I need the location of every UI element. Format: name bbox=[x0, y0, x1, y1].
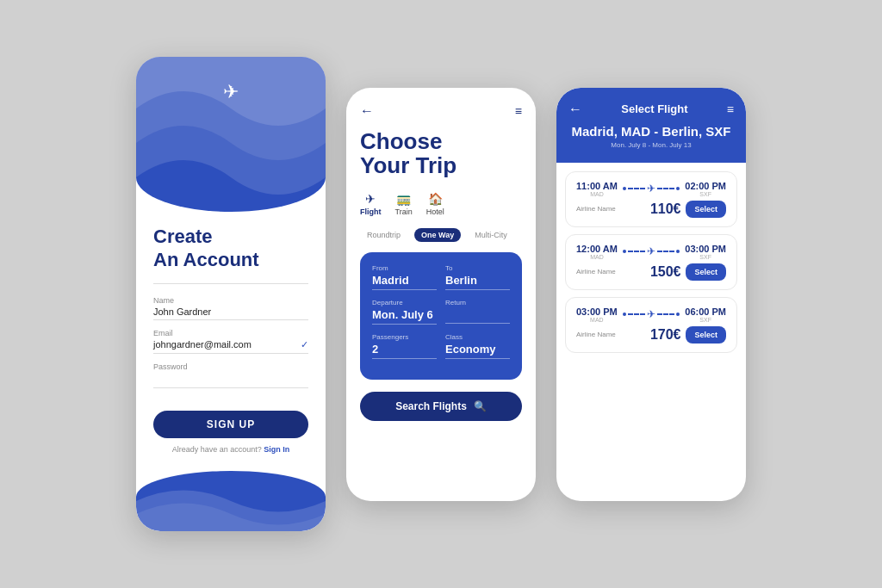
depart-time-1: 11:00 AM bbox=[576, 181, 618, 191]
route-display: Madrid, MAD - Berlin, SXF bbox=[568, 124, 734, 139]
from-to-row: From Madrid To Berlin bbox=[372, 264, 510, 290]
train-tab-icon: 🚃 bbox=[396, 192, 411, 206]
email-field-group: Email johngardner@mail.com ✓ bbox=[153, 329, 308, 354]
dates-display: Mon. July 8 - Mon. July 13 bbox=[568, 141, 734, 149]
checkmark-icon: ✓ bbox=[301, 339, 308, 350]
dot-right-3 bbox=[676, 313, 680, 316]
departure-value: Mon. July 6 bbox=[372, 308, 437, 325]
screens-container: ✈ Create An Account Name John Gardner Em… bbox=[119, 22, 763, 566]
flight-tab-icon: ✈ bbox=[365, 192, 376, 206]
airline-3: Airline Name bbox=[576, 331, 616, 338]
choose-trip-screen: ← ≡ Choose Your Trip ✈ Flight 🚃 Train 🏠 bbox=[346, 88, 536, 501]
return-label: Return bbox=[445, 299, 510, 306]
to-value: Berlin bbox=[445, 274, 510, 290]
flight-tab[interactable]: ✈ Flight bbox=[360, 192, 382, 216]
plane-icon-1: ✈ bbox=[647, 183, 655, 195]
flight-card-3: 03:00 PM MAD ✈ 06:00 PM SXF bbox=[565, 297, 737, 353]
depart-time-2: 12:00 AM bbox=[576, 244, 618, 254]
roundtrip-option[interactable]: Roundtrip bbox=[360, 228, 407, 242]
search-flights-label: Search Flights bbox=[395, 400, 467, 412]
return-value bbox=[445, 308, 510, 324]
departure-label: Departure bbox=[372, 299, 437, 306]
password-label: Password bbox=[153, 362, 308, 371]
dot-right-2 bbox=[676, 250, 680, 253]
menu-button-s3[interactable]: ≡ bbox=[727, 102, 734, 116]
flight-header: ← Select Flight ≡ Madrid, MAD - Berlin, … bbox=[556, 88, 746, 163]
flight-tab-label: Flight bbox=[360, 207, 382, 216]
dash-1b bbox=[657, 188, 674, 189]
train-tab[interactable]: 🚃 Train bbox=[395, 192, 413, 216]
flight-times-1: 11:00 AM MAD ✈ 02:00 PM SXF bbox=[576, 181, 726, 197]
flight-times-3: 03:00 PM MAD ✈ 06:00 PM SXF bbox=[576, 306, 726, 323]
trip-content: Choose Your Trip ✈ Flight 🚃 Train 🏠 Hote… bbox=[346, 126, 536, 501]
to-field[interactable]: To Berlin bbox=[445, 264, 510, 290]
dash-3 bbox=[628, 313, 645, 315]
search-form-card: From Madrid To Berlin Departure Mon. Jul… bbox=[360, 252, 522, 380]
depart-time-3: 03:00 PM bbox=[576, 306, 618, 317]
dot-left-2 bbox=[623, 250, 626, 253]
flight-times-2: 12:00 AM MAD ✈ 03:00 PM SXF bbox=[576, 244, 726, 260]
email-field[interactable]: johngardner@mail.com ✓ bbox=[153, 339, 308, 354]
email-value: johngardner@mail.com bbox=[153, 339, 301, 350]
return-field[interactable]: Return bbox=[445, 299, 510, 325]
arrive-time-1: 02:00 PM bbox=[685, 181, 726, 191]
class-value: Economy bbox=[445, 343, 510, 359]
dash-3b bbox=[657, 313, 674, 315]
passengers-value: 2 bbox=[372, 343, 437, 359]
title-divider bbox=[153, 283, 308, 284]
arrive-time-2: 03:00 PM bbox=[685, 244, 726, 254]
name-value: John Gardner bbox=[153, 306, 308, 317]
flight-card-2: 12:00 AM MAD ✈ 03:00 PM SXF bbox=[565, 234, 737, 290]
create-account-title: Create An Account bbox=[153, 226, 308, 271]
create-account-screen: ✈ Create An Account Name John Gardner Em… bbox=[136, 57, 326, 531]
arrive-code-1: SXF bbox=[685, 191, 726, 197]
passengers-label: Passengers bbox=[372, 333, 437, 341]
header-wave-area: ✈ bbox=[136, 57, 326, 212]
price-1: 110€ bbox=[650, 201, 681, 217]
dot-right-1 bbox=[676, 187, 680, 190]
select-flight-title: Select Flight bbox=[621, 102, 687, 115]
arrive-code-3: SXF bbox=[685, 317, 726, 323]
hotel-tab[interactable]: 🏠 Hotel bbox=[426, 192, 444, 216]
price-3: 170€ bbox=[650, 327, 681, 343]
name-label: Name bbox=[153, 296, 308, 305]
arrive-code-2: SXF bbox=[685, 254, 726, 260]
flights-list: 11:00 AM MAD ✈ 02:00 PM SXF bbox=[556, 163, 746, 501]
flight-line-1: ✈ bbox=[623, 183, 680, 195]
back-button[interactable]: ← bbox=[360, 103, 374, 119]
back-button-s3[interactable]: ← bbox=[568, 102, 582, 117]
select-button-3[interactable]: Select bbox=[686, 326, 726, 344]
password-field[interactable] bbox=[153, 373, 308, 388]
class-label: Class bbox=[445, 333, 510, 341]
name-field-group: Name John Gardner bbox=[153, 296, 308, 320]
train-tab-label: Train bbox=[395, 207, 413, 216]
menu-button[interactable]: ≡ bbox=[515, 104, 522, 118]
flight-sub-3: Airline Name 170€ Select bbox=[576, 326, 726, 344]
select-button-1[interactable]: Select bbox=[686, 201, 726, 218]
signup-button[interactable]: SIGN UP bbox=[153, 411, 308, 438]
plane-icon-3: ✈ bbox=[647, 308, 655, 320]
dot-left-1 bbox=[623, 187, 626, 190]
multi-city-option[interactable]: Multi-City bbox=[468, 228, 514, 242]
passengers-row: Passengers 2 Class Economy bbox=[372, 333, 510, 359]
airline-2: Airline Name bbox=[576, 268, 616, 275]
select-button-2[interactable]: Select bbox=[686, 263, 726, 281]
from-label: From bbox=[372, 264, 437, 272]
depart-code-2: MAD bbox=[576, 254, 618, 260]
trip-title: Choose Your Trip bbox=[360, 129, 522, 178]
name-field[interactable]: John Gardner bbox=[153, 306, 308, 320]
price-row-1: 110€ Select bbox=[650, 201, 726, 218]
dates-row: Departure Mon. July 6 Return bbox=[372, 299, 510, 325]
one-way-option[interactable]: One Way bbox=[414, 228, 461, 242]
departure-field[interactable]: Departure Mon. July 6 bbox=[372, 299, 437, 325]
passengers-field[interactable]: Passengers 2 bbox=[372, 333, 437, 359]
signin-link[interactable]: Sign In bbox=[264, 445, 289, 454]
from-field[interactable]: From Madrid bbox=[372, 264, 437, 290]
arrive-time-3: 06:00 PM bbox=[685, 306, 726, 317]
hotel-tab-label: Hotel bbox=[426, 207, 444, 216]
class-field[interactable]: Class Economy bbox=[445, 333, 510, 359]
hotel-tab-icon: 🏠 bbox=[428, 192, 443, 206]
price-row-3: 170€ Select bbox=[650, 326, 726, 344]
search-flights-button[interactable]: Search Flights 🔍 bbox=[360, 392, 522, 421]
depart-code-3: MAD bbox=[576, 317, 618, 323]
